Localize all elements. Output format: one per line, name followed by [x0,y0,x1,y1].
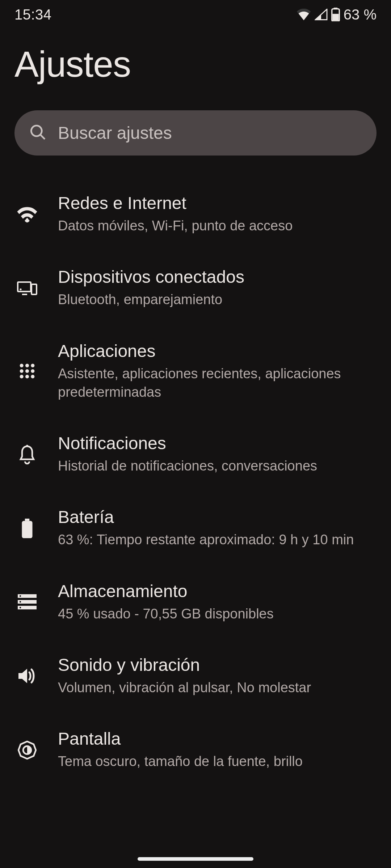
svg-point-25 [20,601,21,603]
svg-rect-19 [25,519,29,521]
volume-icon [14,663,40,689]
signal-status-icon [315,9,328,20]
item-subtitle: Historial de notificaciones, conversacio… [58,457,377,475]
svg-point-9 [20,364,24,367]
svg-point-17 [31,375,34,379]
item-subtitle: Asistente, aplicaciones recientes, aplic… [58,365,377,402]
bell-icon [14,442,40,467]
nav-handle[interactable] [138,857,253,861]
item-subtitle: Tema oscuro, tamaño de la fuente, brillo [58,752,377,771]
item-subtitle: 45 % usado - 70,55 GB disponibles [58,605,377,623]
battery-status-icon [331,8,340,21]
search-icon [29,123,47,143]
svg-rect-20 [22,521,32,538]
item-title: Almacenamiento [58,581,377,601]
item-title: Dispositivos conectados [58,267,377,287]
page-title: Ajustes [0,29,391,110]
item-apps[interactable]: Aplicaciones Asistente, aplicaciones rec… [14,325,377,418]
storage-icon [14,590,40,615]
svg-point-15 [20,375,24,379]
item-subtitle: Bluetooth, emparejamiento [58,290,377,309]
apps-icon [14,358,40,384]
svg-rect-2 [332,14,339,21]
svg-point-3 [31,125,42,136]
item-sound[interactable]: Sonido y vibración Volumen, vibración al… [14,639,377,713]
svg-point-13 [25,369,29,373]
svg-point-10 [25,364,29,367]
item-subtitle: 63 %: Tiempo restante aproximado: 9 h y … [58,531,377,549]
battery-percentage: 63 % [344,7,377,23]
svg-point-14 [31,369,34,373]
item-subtitle: Datos móviles, Wi-Fi, punto de acceso [58,217,377,235]
wifi-status-icon [297,9,311,20]
svg-point-8 [20,289,21,290]
item-storage[interactable]: Almacenamiento 45 % usado - 70,55 GB dis… [14,565,377,639]
svg-point-26 [20,607,21,608]
status-right: 63 % [297,7,377,23]
status-bar: 15:34 63 % [0,0,391,29]
brightness-icon [14,737,40,763]
svg-point-12 [20,369,24,373]
svg-point-24 [20,595,21,597]
status-time: 15:34 [14,7,52,23]
settings-list: Redes e Internet Datos móviles, Wi-Fi, p… [0,177,391,787]
item-network[interactable]: Redes e Internet Datos móviles, Wi-Fi, p… [14,177,377,251]
svg-rect-5 [18,282,31,292]
item-connected-devices[interactable]: Dispositivos conectados Bluetooth, empar… [14,251,377,325]
search-bar[interactable]: Buscar ajustes [14,110,377,156]
item-battery[interactable]: Batería 63 %: Tiempo restante aproximado… [14,491,377,565]
item-display[interactable]: Pantalla Tema oscuro, tamaño de la fuent… [14,713,377,787]
svg-line-4 [40,135,45,139]
svg-rect-7 [31,284,37,294]
item-title: Notificaciones [58,433,377,453]
item-subtitle: Volumen, vibración al pulsar, No molesta… [58,678,377,697]
item-title: Batería [58,507,377,527]
item-title: Pantalla [58,729,377,749]
svg-point-11 [31,364,34,367]
devices-icon [14,275,40,301]
wifi-icon [14,201,40,227]
item-title: Redes e Internet [58,193,377,213]
item-title: Sonido y vibración [58,655,377,675]
item-notifications[interactable]: Notificaciones Historial de notificacion… [14,417,377,491]
search-placeholder: Buscar ajustes [58,123,172,143]
item-title: Aplicaciones [58,341,377,361]
battery-icon [14,516,40,541]
svg-point-16 [25,375,29,379]
